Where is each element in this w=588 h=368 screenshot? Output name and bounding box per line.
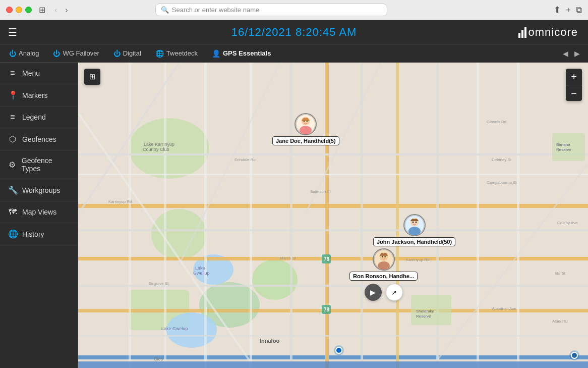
svg-text:Gwellup: Gwellup bbox=[193, 271, 210, 276]
sidebar-item-menu[interactable]: ≡ Menu bbox=[0, 63, 78, 84]
sidebar-item-map-views[interactable]: 🗺 Map Views bbox=[0, 201, 78, 223]
svg-rect-26 bbox=[78, 285, 588, 287]
history-globe-icon: 🌐 bbox=[8, 229, 17, 239]
ron-ronson-controls: ▶ ↗ bbox=[365, 284, 403, 301]
tab-analog[interactable]: ⏻ Analog bbox=[6, 47, 42, 60]
svg-text:78: 78 bbox=[324, 307, 330, 312]
svg-rect-9 bbox=[78, 257, 588, 260]
marker-jane-doe[interactable]: Jane Doe, Handheld(5) bbox=[272, 113, 339, 145]
zoom-out-button[interactable]: − bbox=[566, 85, 582, 101]
export-button[interactable]: ↗ bbox=[386, 284, 403, 301]
svg-text:Gibsels Rd: Gibsels Rd bbox=[487, 120, 506, 124]
sidebar-item-legend[interactable]: ≡ Legend bbox=[0, 107, 78, 128]
traffic-lights bbox=[6, 7, 32, 13]
sidebar-item-geofences[interactable]: ⬡ Geofences bbox=[0, 128, 78, 150]
svg-text:Country Club: Country Club bbox=[143, 147, 169, 152]
tweetdeck-globe-icon: 🌐 bbox=[155, 49, 164, 58]
svg-text:Woodhall Ave: Woodhall Ave bbox=[492, 306, 516, 311]
brand-name: omnicore bbox=[528, 26, 578, 39]
svg-rect-11 bbox=[78, 355, 588, 359]
close-traffic-light[interactable] bbox=[6, 7, 13, 13]
brand-bars-icon bbox=[518, 27, 526, 38]
svg-point-2 bbox=[151, 209, 207, 259]
svg-text:Albert St: Albert St bbox=[552, 319, 568, 324]
back-button[interactable]: ‹ bbox=[52, 6, 59, 15]
brand-logo: omnicore bbox=[518, 26, 578, 39]
svg-text:Cies: Cies bbox=[154, 356, 163, 361]
tab-digital[interactable]: ⏻ Digital bbox=[110, 47, 144, 60]
new-tab-icon[interactable]: + bbox=[566, 5, 571, 15]
analog-power-icon: ⏻ bbox=[9, 49, 16, 58]
browser-chrome: ⊞ ‹ › 🔍 Search or enter website name ⬆ +… bbox=[0, 0, 588, 20]
tab-next-button[interactable]: ▶ bbox=[572, 48, 582, 59]
tab-gps-essentials-label: GPS Essentials bbox=[223, 49, 271, 57]
svg-text:Lake: Lake bbox=[195, 266, 205, 271]
svg-text:Erindale Rd: Erindale Rd bbox=[234, 157, 256, 162]
sidebar-item-markers[interactable]: 📍 Markers bbox=[0, 84, 78, 107]
sidebar-label-map-views: Map Views bbox=[22, 208, 56, 216]
tab-prev-button[interactable]: ◀ bbox=[561, 48, 570, 59]
jane-doe-label: Jane Doe, Handheld(5) bbox=[272, 136, 339, 145]
tab-gps-essentials[interactable]: 👤 GPS Essentials bbox=[209, 47, 274, 60]
svg-rect-63 bbox=[322, 305, 331, 314]
marker-ron-ronson[interactable]: Ron Ronson, Handhe... ▶ ↗ bbox=[349, 248, 418, 301]
svg-rect-12 bbox=[325, 63, 329, 368]
svg-text:Innaloo: Innaloo bbox=[260, 338, 279, 344]
sidebar-label-workgroups: Workgroups bbox=[22, 186, 60, 194]
tab-navigation-arrows: ◀ ▶ bbox=[561, 48, 582, 59]
svg-rect-13 bbox=[361, 63, 363, 368]
svg-point-1 bbox=[129, 118, 209, 179]
sidebar-item-history[interactable]: 🌐 History bbox=[0, 223, 78, 245]
share-icon[interactable]: ⬆ bbox=[554, 5, 561, 15]
svg-point-82 bbox=[381, 256, 383, 257]
sidebar: ≡ Menu 📍 Markers ≡ Legend ⬡ Geofences ⚙ … bbox=[0, 63, 78, 368]
svg-point-77 bbox=[415, 222, 417, 223]
svg-rect-15 bbox=[250, 63, 252, 368]
location-dot-bottom bbox=[335, 347, 342, 354]
sidebar-label-history: History bbox=[22, 230, 44, 238]
svg-rect-61 bbox=[322, 254, 331, 264]
sidebar-label-markers: Markers bbox=[22, 91, 48, 99]
jane-doe-avatar bbox=[295, 113, 317, 135]
sidebar-toggle-button[interactable]: ⊞ bbox=[36, 5, 48, 15]
zoom-in-button[interactable]: + bbox=[566, 69, 582, 85]
svg-text:Segrave St: Segrave St bbox=[149, 281, 169, 286]
measure-tool-button[interactable]: ⊞ bbox=[84, 69, 100, 85]
svg-text:Sheldrake: Sheldrake bbox=[416, 309, 435, 313]
svg-text:Salmson St: Salmson St bbox=[310, 189, 331, 194]
svg-rect-23 bbox=[78, 153, 588, 155]
map-views-icon: 🗺 bbox=[8, 207, 17, 217]
sidebar-label-menu: Menu bbox=[22, 69, 40, 77]
app-header: ☰ 16/12/2021 8:20:45 AM omnicore bbox=[0, 20, 588, 44]
tab-tweetdeck-label: Tweetdeck bbox=[166, 49, 198, 57]
sidebar-label-geofences: Geofences bbox=[22, 135, 56, 143]
tabs-overview-icon[interactable]: ⧉ bbox=[576, 5, 582, 15]
svg-point-70 bbox=[304, 121, 305, 122]
john-jackson-avatar bbox=[403, 214, 426, 236]
tab-wg-failover[interactable]: ⏻ WG Failover bbox=[50, 47, 102, 60]
svg-rect-58 bbox=[552, 133, 585, 161]
hamburger-button[interactable]: ☰ bbox=[8, 26, 17, 38]
minimize-traffic-light[interactable] bbox=[16, 7, 22, 13]
geofences-icon: ⬡ bbox=[8, 134, 17, 144]
sidebar-item-workgroups[interactable]: 🔧 Workgroups bbox=[0, 179, 78, 201]
search-icon: 🔍 bbox=[161, 6, 169, 14]
svg-text:Banana: Banana bbox=[556, 142, 570, 147]
svg-rect-18 bbox=[477, 63, 479, 368]
svg-point-5 bbox=[252, 259, 298, 300]
svg-point-6 bbox=[193, 254, 233, 285]
sidebar-item-geofence-types[interactable]: ⚙ Geofence Types bbox=[0, 150, 78, 179]
menu-icon: ≡ bbox=[8, 69, 17, 78]
svg-text:Karrinyup Rd: Karrinyup Rd bbox=[108, 199, 132, 204]
main-layout: ≡ Menu 📍 Markers ≡ Legend ⬡ Geofences ⚙ … bbox=[0, 63, 588, 368]
digital-power-icon: ⏻ bbox=[113, 49, 121, 58]
svg-rect-22 bbox=[129, 63, 131, 368]
marker-john-jackson[interactable]: John Jackson, Handheld(50) bbox=[373, 214, 455, 246]
svg-rect-0 bbox=[78, 63, 588, 368]
svg-point-83 bbox=[384, 256, 386, 257]
fullscreen-traffic-light[interactable] bbox=[25, 7, 32, 13]
tab-tweetdeck[interactable]: 🌐 Tweetdeck bbox=[152, 47, 201, 60]
forward-button[interactable]: › bbox=[63, 6, 70, 15]
map-area[interactable]: Lake Karrınyup Country Club Lake Gwellup… bbox=[78, 63, 588, 368]
play-button[interactable]: ▶ bbox=[365, 284, 382, 301]
